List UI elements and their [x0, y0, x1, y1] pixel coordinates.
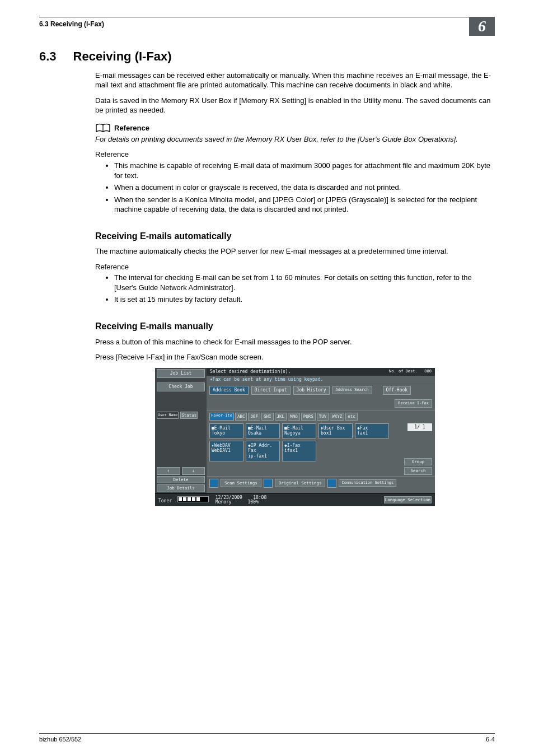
body-paragraph: E-mail messages can be received either a… [95, 71, 495, 90]
address-card[interactable]: ◆IP Addr. Faxip-fax1 [246, 441, 280, 461]
job-list-button[interactable]: Job List [157, 369, 205, 378]
no-of-dest-value: 000 [424, 369, 432, 374]
body-paragraph: The machine automatically checks the POP… [95, 246, 495, 256]
address-card[interactable]: ■E-MailTokyo [209, 423, 243, 438]
subheading-manual: Receiving E-mails manually [95, 320, 495, 333]
instruction-text: Select desired destination(s). [210, 370, 293, 374]
scan-settings-icon [209, 479, 218, 488]
body-paragraph: Data is saved in the Memory RX User Box … [95, 96, 495, 115]
section-title: Receiving (I-Fax) [73, 48, 172, 65]
footer-model: bizhub 652/552 [39, 735, 81, 744]
status-button[interactable]: Status [180, 412, 198, 419]
search-button[interactable]: Search [404, 467, 432, 475]
scroll-down-button[interactable]: ↓ [182, 467, 205, 475]
toner-label: Toner [158, 498, 172, 503]
scan-settings-button[interactable]: Scan Settings [221, 479, 261, 488]
reference-bullets: The interval for checking E-mail can be … [95, 273, 495, 305]
alpha-filter-jkl[interactable]: JKL [275, 413, 287, 421]
alpha-filter-pqrs[interactable]: PQRS [301, 413, 316, 421]
memory-label: Memory [216, 500, 232, 505]
address-card[interactable]: ■E-MailOsaka [246, 423, 280, 438]
delete-button[interactable]: Delete [157, 476, 205, 484]
device-screenshot: Job List Check Job User Name Status ↑ ↓ … [155, 368, 435, 506]
scroll-up-button[interactable]: ↑ [157, 467, 180, 475]
check-job-button[interactable]: Check Job [157, 382, 205, 391]
alpha-filter-abc[interactable]: ABC [235, 413, 247, 421]
list-item: The interval for checking E-mail can be … [114, 273, 495, 292]
body-paragraph: Press [Receive I-Fax] in the Fax/Scan mo… [95, 352, 495, 362]
tab-address-book[interactable]: Address Book [209, 386, 249, 395]
alpha-filter-wxyz[interactable]: WXYZ [330, 413, 344, 421]
user-name-label: User Name [157, 412, 179, 419]
tab-job-history[interactable]: Job History [293, 386, 330, 395]
reference-subhead: Reference [95, 262, 495, 272]
tab-address-search[interactable]: Address Search [332, 386, 372, 394]
group-button[interactable]: Group [404, 458, 432, 466]
communication-settings-icon [327, 479, 336, 488]
list-item: When a document in color or grayscale is… [114, 183, 495, 193]
address-card[interactable]: ■E-MailNagoya [282, 423, 316, 438]
job-details-button[interactable]: Job Details [157, 484, 205, 492]
language-selection-button[interactable]: Language Selection [384, 496, 432, 504]
book-icon [95, 123, 111, 133]
alpha-filter-def[interactable]: DEF [248, 413, 260, 421]
list-item: This machine is capable of receiving E-m… [114, 161, 495, 180]
chapter-number-badge: 6 [469, 17, 495, 36]
tab-direct-input[interactable]: Direct Input [251, 386, 291, 395]
alpha-filter-row: Favor-iteABCDEFGHIJKLMNOPQRSTUVWXYZetc [207, 410, 435, 423]
alpha-filter-etc[interactable]: etc [345, 413, 358, 421]
running-head-left: 6.3 Receiving (I-Fax) [39, 20, 104, 29]
hint-text: ✶Fax can be sent at any time using keypa… [207, 376, 435, 384]
alpha-filter-tuv[interactable]: TUV [317, 413, 329, 421]
section-number: 6.3 [39, 48, 57, 65]
body-paragraph: Press a button of this machine to check … [95, 337, 495, 347]
section-heading: 6.3 Receiving (I-Fax) [39, 48, 495, 65]
alpha-filter-ghi[interactable]: GHI [261, 413, 274, 421]
original-settings-button[interactable]: Original Settings [275, 479, 326, 488]
footer-page: 6-4 [486, 735, 495, 744]
toner-gauge [177, 496, 209, 502]
no-of-dest-label: No. of Dest. [389, 369, 418, 374]
reference-bullets: This machine is capable of receiving E-m… [95, 161, 495, 214]
communication-settings-button[interactable]: Communication Settings [339, 479, 396, 487]
original-settings-icon [264, 479, 273, 488]
address-card[interactable]: ◗User Boxbox1 [318, 423, 353, 438]
reference-italic-note: For details on printing documents saved … [95, 134, 495, 144]
list-item: It is set at 15 minutes by factory defau… [114, 295, 495, 305]
list-item: When the sender is a Konica Minolta mode… [114, 195, 495, 214]
alpha-filter-mno[interactable]: MNO [288, 413, 300, 421]
receive-ifax-button[interactable]: Receive I-Fax [395, 399, 432, 408]
address-card[interactable]: ▸WebDAVWebDAV1 [209, 441, 243, 461]
pager: 1/ 1 [407, 423, 432, 431]
reference-subhead: Reference [95, 150, 495, 160]
address-card[interactable]: ◆Faxfax1 [355, 423, 389, 438]
subheading-auto: Receiving E-mails automatically [95, 230, 495, 242]
address-card[interactable]: ◆I-Faxifax1 [282, 441, 316, 461]
off-hook-button[interactable]: Off-Hook [383, 386, 411, 395]
alpha-filter-favorite[interactable]: Favor-ite [209, 413, 234, 421]
memory-value: 100% [248, 500, 259, 505]
reference-heading: Reference [114, 123, 149, 133]
